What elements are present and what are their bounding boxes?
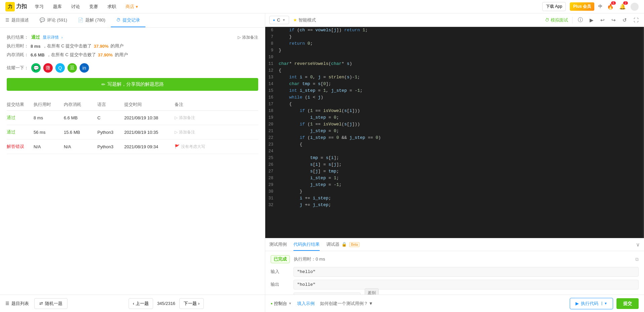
code-line-8: 8 return 0;: [265, 40, 644, 47]
tab-description[interactable]: ☰ 题目描述: [0, 13, 34, 27]
how-chevron-icon: ▼: [369, 301, 373, 306]
undo-icon[interactable]: ↩: [599, 16, 606, 24]
nav-store[interactable]: 商店 ▼: [124, 4, 140, 10]
result-value: 通过: [31, 34, 40, 40]
submission-date-2: 2021/08/19 10:35: [124, 130, 175, 135]
linkedin-share-button[interactable]: in: [80, 63, 89, 73]
expected-label: 预期结果: [271, 292, 291, 295]
redo-icon[interactable]: ↪: [610, 16, 617, 24]
submission-lang-3: Python3: [97, 144, 124, 149]
mem-suffix: 的用户: [115, 52, 128, 58]
logo[interactable]: 力 力扣: [5, 2, 27, 11]
code-line-25: 25 tmp = s[i];: [265, 155, 644, 161]
submission-status-3[interactable]: 解答错误: [7, 144, 34, 150]
submission-lang-1: C: [97, 115, 124, 120]
qq-share-button[interactable]: Q: [55, 63, 65, 73]
next-icon: ›: [198, 301, 199, 306]
submission-memory-2: 15.6 MB: [64, 130, 97, 135]
nav-jobs[interactable]: 求职: [106, 4, 118, 10]
table-header: 提交结果 执行用时 内存消耗 语言 提交时间 备注: [7, 99, 258, 111]
user-avatar[interactable]: [631, 3, 639, 11]
star-icon: ★: [293, 17, 297, 23]
submission-note-1[interactable]: ▷ 添加备注: [175, 115, 258, 121]
nav-problems[interactable]: 题库: [52, 4, 63, 10]
detail-arrow-icon: ›: [61, 36, 62, 39]
beta-badge: Beta: [349, 242, 360, 247]
exec-time-desc: ，在所有 C 提交中击败了: [43, 43, 92, 49]
tab-submissions[interactable]: ⏱ 提交记录: [111, 13, 145, 27]
fire-icon[interactable]: 🔥 5: [606, 3, 614, 11]
nav-learn[interactable]: 学习: [34, 4, 45, 10]
mem-pct: 37.90%: [98, 52, 113, 57]
fill-example-button[interactable]: 填入示例: [297, 301, 315, 307]
smart-mode-toggle[interactable]: ★ 智能模式: [293, 17, 316, 23]
prev-problem-button[interactable]: ‹ 上一题: [129, 298, 153, 309]
code-line-17: 17 {: [265, 101, 644, 108]
exec-result-content: 已完成 执行用时：0 ms ⧉ 输入 "hello" 输出 "holle" 预期…: [265, 251, 644, 295]
write-solution-label: 写题解，分享我的解题思路: [107, 81, 164, 87]
code-line-16: 16 while (i < j): [265, 94, 644, 101]
nav-icons: 🔥 5 🔔 2: [606, 3, 639, 11]
memory-row: 内存消耗： 6.6 MB ，在所有 C 提交中击败了 37.90% 的用户: [7, 52, 258, 58]
submit-button[interactable]: 提交: [616, 298, 639, 309]
table-row: 通过 56 ms 15.6 MB Python3 2021/08/19 10:3…: [7, 125, 258, 140]
wechat-share-button[interactable]: 💬: [31, 63, 41, 73]
bell-icon[interactable]: 🔔 2: [618, 3, 627, 11]
description-icon: ☰: [5, 17, 9, 23]
download-app-button[interactable]: 下载 App: [542, 2, 566, 11]
write-solution-button[interactable]: ✏ 写题解，分享我的解题思路: [7, 78, 258, 91]
reset-icon[interactable]: ↺: [621, 16, 628, 24]
random-problem-button[interactable]: ⇄ 随机一题: [34, 298, 67, 309]
weibo-share-button[interactable]: 微: [43, 63, 53, 73]
nav-discuss[interactable]: 讨论: [70, 4, 81, 10]
exec-time-display: 执行用时：0 ms: [294, 256, 325, 262]
tab-bar: ☰ 题目描述 💬 评论 (591) 📄 题解 (780) ⏱ 提交记录: [0, 13, 265, 28]
code-line-21: 21 j_step = 0;: [265, 128, 644, 134]
nav-contest[interactable]: 竞赛: [88, 4, 99, 10]
how-to-button[interactable]: 如何创建一个测试用例？ ▼: [320, 301, 373, 307]
copy-icon[interactable]: ⧉: [635, 257, 639, 262]
code-editor[interactable]: 6 if (ch == vowels[j]) return 1; 7 } 8 r…: [265, 27, 644, 238]
douban-share-button[interactable]: 豆: [67, 63, 77, 73]
submission-status-2[interactable]: 通过: [7, 129, 34, 135]
plus-member-button[interactable]: Plus 会员: [570, 2, 594, 11]
detail-link[interactable]: 显示详情: [43, 35, 59, 40]
submission-status-1[interactable]: 通过: [7, 115, 34, 121]
exec-time-suffix: 的用户: [110, 43, 124, 49]
diff-button[interactable]: 差别: [365, 288, 379, 295]
exec-time-pct: 37.90%: [94, 44, 108, 49]
expand-icon[interactable]: ⛶: [632, 16, 640, 24]
note-icon-2: ▷: [175, 130, 178, 134]
tab-exec-results[interactable]: 代码执行结果: [293, 239, 320, 251]
code-line-26: 26 s[i] = s[j];: [265, 161, 644, 168]
run-code-button[interactable]: ▶ 执行代码 ▼: [570, 298, 613, 309]
next-problem-button[interactable]: 下一题 ›: [179, 298, 204, 309]
console-button[interactable]: ● 控制台 ▼: [271, 301, 292, 307]
submission-note-2[interactable]: ▷ 添加备注: [175, 129, 258, 135]
tab-test-cases[interactable]: 测试用例: [269, 239, 287, 251]
run-icon[interactable]: ▶: [588, 16, 595, 24]
bottom-tab-bar: 测试用例 代码执行结果 调试器 🔒 Beta ∨: [265, 238, 644, 251]
submission-note-3[interactable]: 🚩 没有考虑大写: [175, 144, 258, 150]
collapse-icon[interactable]: ∨: [636, 241, 640, 248]
io-grid: 输入 "hello" 输出 "holle" 预期结果 "holle" 差别: [271, 267, 639, 295]
lang-switch[interactable]: 中: [598, 4, 602, 9]
info-icon[interactable]: ⓘ: [577, 16, 584, 24]
write-solution-icon: ✏: [101, 82, 105, 87]
tab-comments[interactable]: 💬 评论 (591): [34, 13, 73, 27]
code-line-29: 29 j_step = -1;: [265, 182, 644, 188]
simulate-interview-button[interactable]: ⏱ 模拟面试: [545, 17, 568, 23]
right-panel: ● C ▼ ★ 智能模式 ⏱ 模拟面试 ⓘ ▶ ↩ ↪ ↺ ⛶: [265, 13, 644, 312]
submissions-table: 提交结果 执行用时 内存消耗 语言 提交时间 备注 通过 8 ms 6.6 MB…: [7, 99, 258, 154]
run-dropdown-icon[interactable]: ▼: [602, 302, 607, 305]
code-line-6: 6 if (ch == vowels[j]) return 1;: [265, 27, 644, 34]
share-section: 炫耀一下： 💬 微 Q 豆 in: [7, 63, 258, 73]
table-row: 通过 8 ms 6.6 MB C 2021/08/19 10:38 ▷ 添加备注: [7, 111, 258, 125]
language-selector[interactable]: ● C ▼: [269, 16, 289, 24]
code-line-7: 7 }: [265, 34, 644, 40]
problem-list-button[interactable]: ☰ 题目列表: [5, 301, 29, 307]
tab-solutions[interactable]: 📄 题解 (780): [73, 13, 111, 27]
console-dot-icon: ●: [271, 302, 273, 305]
tab-debugger[interactable]: 调试器 🔒 Beta: [326, 239, 360, 251]
add-note-button[interactable]: ▷ 添加备注: [238, 35, 258, 40]
